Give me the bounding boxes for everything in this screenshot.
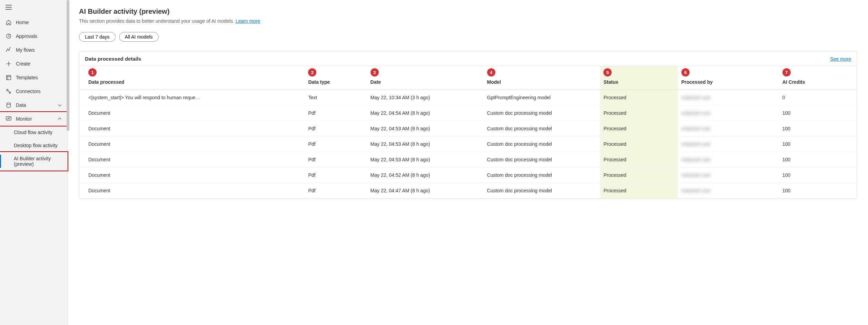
table-row[interactable]: DocumentPdfMay 22, 04:53 AM (8 h ago)Cus… <box>79 152 857 167</box>
cell-data-processed: Document <box>79 183 305 199</box>
sidebar-subitem-ai-builder-activity-preview-[interactable]: AI Builder activity (preview) <box>0 151 68 171</box>
annotation-badge: 2 <box>308 68 316 77</box>
cell-date: May 22, 04:52 AM (8 h ago) <box>367 167 484 183</box>
column-header-status[interactable]: 5Status <box>600 66 678 90</box>
sidebar-item-monitor[interactable]: Monitor <box>0 111 68 126</box>
sidebar-item-label: Data <box>16 102 53 108</box>
cell-processed-by: redacted user <box>678 105 779 121</box>
sidebar-subitem-cloud-flow-activity[interactable]: Cloud flow activity <box>0 126 68 139</box>
cell-data-processed: Document <box>79 167 305 183</box>
see-more-link[interactable]: See more <box>830 56 851 62</box>
sidebar-item-label: My flows <box>16 47 62 53</box>
cell-status: Processed <box>600 152 678 167</box>
table-row[interactable]: DocumentPdfMay 22, 04:52 AM (8 h ago)Cus… <box>79 167 857 183</box>
column-header-model[interactable]: 4Model <box>484 66 600 90</box>
cell-ai-credits: 100 <box>779 152 857 167</box>
connectors-icon <box>6 88 12 94</box>
cell-status: Processed <box>600 105 678 121</box>
cell-date: May 22, 04:53 AM (8 h ago) <box>367 121 484 136</box>
annotation-badge: 4 <box>487 68 495 77</box>
column-header-data-type[interactable]: 2Data type <box>305 66 367 90</box>
hamburger-button[interactable] <box>0 0 68 16</box>
cell-model: Custom doc processing model <box>484 152 600 167</box>
monitor-icon <box>6 116 12 122</box>
filter-row: Last 7 days All AI models <box>79 32 857 42</box>
sidebar: HomeApprovalsMy flowsCreateTemplatesConn… <box>0 0 68 325</box>
cell-model: Custom doc processing model <box>484 136 600 152</box>
cell-processed-by: redacted user <box>678 136 779 152</box>
sidebar-item-label: Create <box>16 61 62 67</box>
table-row[interactable]: <|system_start|> You will respond to hum… <box>79 90 857 105</box>
cell-model: Custom doc processing model <box>484 121 600 136</box>
table-row[interactable]: DocumentPdfMay 22, 04:47 AM (8 h ago)Cus… <box>79 183 857 199</box>
learn-more-link[interactable]: Learn more <box>236 18 260 24</box>
column-header-data-processed[interactable]: 1Data processed <box>79 66 305 90</box>
cell-data-type: Pdf <box>305 105 367 121</box>
sidebar-item-create[interactable]: Create <box>0 57 68 71</box>
data-table: 1Data processed2Data type3Date4Model5Sta… <box>79 66 857 199</box>
svg-rect-3 <box>7 75 11 80</box>
sidebar-item-approvals[interactable]: Approvals <box>0 29 68 43</box>
sidebar-item-templates[interactable]: Templates <box>0 71 68 84</box>
column-header-processed-by[interactable]: 6Processed by <box>678 66 779 90</box>
page-title: AI Builder activity (preview) <box>79 8 857 16</box>
column-header-ai-credits[interactable]: 7AI Credits <box>779 66 857 90</box>
data-card: Data processed details See more 1Data pr… <box>79 51 857 199</box>
main-content: AI Builder activity (preview) This secti… <box>68 0 868 325</box>
chevron-up-icon <box>57 116 62 121</box>
model-filter[interactable]: All AI models <box>119 32 159 42</box>
cell-data-type: Pdf <box>305 121 367 136</box>
cell-model: Custom doc processing model <box>484 183 600 199</box>
annotation-badge: 3 <box>371 68 379 77</box>
templates-icon <box>6 74 12 81</box>
sidebar-item-label: Connectors <box>16 89 62 94</box>
sidebar-item-label: Templates <box>16 75 62 80</box>
table-row[interactable]: DocumentPdfMay 22, 04:54 AM (8 h ago)Cus… <box>79 105 857 121</box>
approvals-icon <box>6 33 12 39</box>
cell-data-processed: Document <box>79 136 305 152</box>
subtitle-text: This section provides data to better und… <box>79 18 236 24</box>
sidebar-item-data[interactable]: Data <box>0 98 68 112</box>
cell-data-type: Pdf <box>305 183 367 199</box>
data-icon <box>6 102 12 108</box>
scrollbar-thumb[interactable] <box>67 0 69 131</box>
cell-data-processed: Document <box>79 121 305 136</box>
sidebar-scrollbar[interactable] <box>66 0 70 325</box>
cell-date: May 22, 04:54 AM (8 h ago) <box>367 105 484 121</box>
date-range-filter[interactable]: Last 7 days <box>79 32 116 42</box>
cell-data-processed: Document <box>79 105 305 121</box>
flows-icon <box>6 47 12 53</box>
cell-processed-by: redacted user <box>678 90 779 105</box>
cell-date: May 22, 04:53 AM (8 h ago) <box>367 136 484 152</box>
cell-processed-by: redacted user <box>678 167 779 183</box>
cell-status: Processed <box>600 167 678 183</box>
sidebar-subitem-desktop-flow-activity[interactable]: Desktop flow activity <box>0 139 68 152</box>
sidebar-item-home[interactable]: Home <box>0 16 68 29</box>
svg-point-1 <box>6 51 7 52</box>
cell-processed-by: redacted user <box>678 121 779 136</box>
cell-data-processed: Document <box>79 152 305 167</box>
svg-point-2 <box>10 47 10 48</box>
plus-icon <box>6 61 12 67</box>
cell-status: Processed <box>600 136 678 152</box>
annotation-badge: 5 <box>603 68 612 77</box>
cell-date: May 22, 10:34 AM (3 h ago) <box>367 90 484 105</box>
cell-status: Processed <box>600 183 678 199</box>
sidebar-item-connectors[interactable]: Connectors <box>0 84 68 98</box>
cell-ai-credits: 100 <box>779 105 857 121</box>
column-header-date[interactable]: 3Date <box>367 66 484 90</box>
cell-ai-credits: 0 <box>779 90 857 105</box>
cell-data-type: Pdf <box>305 167 367 183</box>
cell-data-type: Pdf <box>305 152 367 167</box>
sidebar-item-label: Approvals <box>16 33 62 39</box>
cell-ai-credits: 100 <box>779 121 857 136</box>
cell-processed-by: redacted user <box>678 152 779 167</box>
sidebar-item-label: Home <box>16 20 62 25</box>
table-row[interactable]: DocumentPdfMay 22, 04:53 AM (8 h ago)Cus… <box>79 136 857 152</box>
annotation-badge: 7 <box>782 68 791 77</box>
sidebar-item-my-flows[interactable]: My flows <box>0 43 68 57</box>
cell-data-type: Text <box>305 90 367 105</box>
cell-date: May 22, 04:47 AM (8 h ago) <box>367 183 484 199</box>
cell-ai-credits: 100 <box>779 167 857 183</box>
table-row[interactable]: DocumentPdfMay 22, 04:53 AM (8 h ago)Cus… <box>79 121 857 136</box>
